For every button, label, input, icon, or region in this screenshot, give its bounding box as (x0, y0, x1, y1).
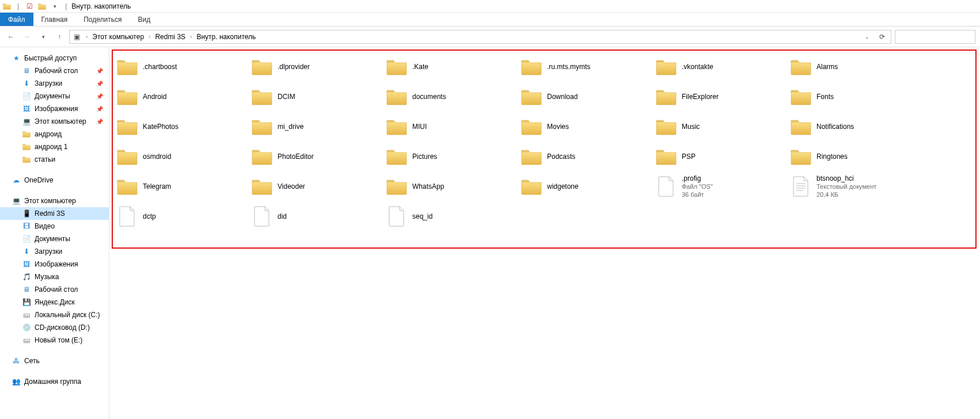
folder-item[interactable]: Music (652, 112, 787, 142)
nav-recent-dropdown[interactable]: ▾ (37, 31, 50, 43)
folder-item[interactable]: PhotoEditor (248, 142, 382, 172)
folder-item[interactable]: mi_drive (248, 112, 382, 142)
sidebar-pictures[interactable]: 🖼Изображения📌 (0, 102, 109, 115)
folder-item[interactable]: WhatsApp (382, 172, 517, 201)
chevron-right-icon[interactable]: › (86, 33, 88, 40)
properties-icon[interactable]: ☑ (25, 2, 34, 11)
sidebar-desktop[interactable]: 🖥Рабочий стол📌 (0, 64, 109, 77)
folder-item[interactable]: Telegram (113, 172, 248, 201)
folder-item[interactable]: widgetone (517, 172, 652, 201)
sidebar-onedrive[interactable]: ☁OneDrive (0, 174, 109, 186)
item-label: Telegram (143, 182, 171, 191)
item-label: dctp (143, 212, 156, 221)
folder-item[interactable]: KatePhotos (113, 112, 248, 142)
search-input[interactable] (895, 30, 975, 44)
sidebar-documents[interactable]: 📄Документы📌 (0, 90, 109, 102)
breadcrumb-storage[interactable]: Внутр. накопитель (196, 33, 256, 41)
sidebar-this-pc[interactable]: 💻Этот компьютер (0, 195, 109, 207)
folder-item[interactable]: PSP (652, 142, 787, 172)
breadcrumb-device[interactable]: Redmi 3S (155, 33, 185, 41)
folder-icon (251, 146, 273, 167)
folder-qat-icon[interactable] (2, 2, 12, 11)
navigation-pane: ★Быстрый доступ 🖥Рабочий стол📌 ⬇Загрузки… (0, 47, 109, 419)
sidebar-network[interactable]: 🖧Сеть (0, 355, 109, 367)
file-item[interactable]: btsnoop_hciТекстовый документ20,4 КБ (787, 172, 921, 201)
folder-item[interactable]: Download (517, 82, 652, 112)
folder-icon (116, 146, 138, 167)
folder-item[interactable]: Notifications (787, 112, 921, 142)
breadcrumb-root[interactable]: Этот компьютер (92, 33, 144, 41)
sidebar-quick-access[interactable]: ★Быстрый доступ (0, 52, 109, 64)
sidebar-desktop2[interactable]: 🖥Рабочий стол (0, 283, 109, 296)
folder-item[interactable]: .ru.mts.mymts (517, 52, 652, 82)
qat-dropdown-icon[interactable]: ▾ (50, 2, 59, 11)
sidebar-yandex[interactable]: 💾Яндекс.Диск (0, 296, 109, 308)
file-grid: .chartboost.dlprovider.Kate.ru.mts.mymts… (113, 52, 977, 231)
sidebar-local-c[interactable]: 🖴Локальный диск (C:) (0, 308, 109, 321)
item-size: 20,4 КБ (816, 191, 876, 199)
folder-item[interactable]: Android (113, 82, 248, 112)
refresh-icon[interactable]: ⟳ (876, 33, 888, 41)
tab-share[interactable]: Поделиться (75, 13, 130, 26)
item-label: .profig (682, 174, 713, 183)
chevron-right-icon[interactable]: › (190, 33, 192, 40)
folder-item[interactable]: Movies (517, 112, 652, 142)
sidebar-redmi[interactable]: 📱Redmi 3S (0, 207, 109, 220)
folder-item[interactable]: DCIM (248, 82, 382, 112)
item-label: .Kate (412, 63, 428, 71)
item-subtype: Текстовый документ (816, 183, 876, 191)
folder-item[interactable]: Podcasts (517, 142, 652, 172)
sidebar-android1[interactable]: андроид 1 (0, 140, 109, 153)
folder-icon (386, 116, 408, 138)
open-folder-icon[interactable] (37, 2, 47, 11)
folder-item[interactable]: osmdroid (113, 142, 248, 172)
sidebar-video[interactable]: 🎞Видео (0, 220, 109, 233)
content-pane: .chartboost.dlprovider.Kate.ru.mts.mymts… (109, 47, 980, 419)
item-label: Music (682, 123, 700, 131)
address-bar[interactable]: ▣ › Этот компьютер › Redmi 3S › Внутр. н… (69, 30, 891, 44)
sidebar-documents2[interactable]: 📄Документы (0, 233, 109, 245)
sidebar-this-pc-quick[interactable]: 💻Этот компьютер📌 (0, 115, 109, 128)
tab-file[interactable]: Файл (0, 13, 33, 26)
folder-icon (655, 86, 677, 108)
folder-item[interactable]: MIUI (382, 112, 517, 142)
window-title: Внутр. накопитель (71, 2, 131, 10)
folder-item[interactable]: Fonts (787, 82, 921, 112)
folder-item[interactable]: Ringtones (787, 142, 921, 172)
item-label: .vkontakte (682, 63, 713, 71)
file-item[interactable]: did (248, 201, 382, 231)
drive-icon: 🖴 (22, 336, 31, 345)
folder-item[interactable]: .Kate (382, 52, 517, 82)
folder-item[interactable]: .chartboost (113, 52, 248, 82)
folder-item[interactable]: documents (382, 82, 517, 112)
sidebar-pictures2[interactable]: 🖼Изображения (0, 258, 109, 271)
sidebar-new-e[interactable]: 🖴Новый том (E:) (0, 334, 109, 346)
nav-up-button[interactable]: ↑ (53, 31, 66, 43)
sidebar-cd-d[interactable]: 💿CD-дисковод (D:) (0, 321, 109, 334)
item-label: widgetone (547, 182, 579, 191)
network-icon: 🖧 (12, 356, 21, 365)
sidebar-android[interactable]: андроид (0, 128, 109, 140)
sidebar-downloads[interactable]: ⬇Загрузки📌 (0, 77, 109, 90)
addr-dropdown-icon[interactable]: ⌄ (861, 34, 873, 40)
nav-back-button[interactable]: ← (5, 31, 17, 43)
nav-forward-button[interactable]: → (21, 31, 33, 43)
chevron-right-icon[interactable]: › (149, 33, 150, 40)
sidebar-homegroup[interactable]: 👥Домашняя группа (0, 375, 109, 388)
folder-item[interactable]: Alarms (787, 52, 921, 82)
item-label: Ringtones (816, 153, 848, 161)
folder-item[interactable]: .dlprovider (248, 52, 382, 82)
sidebar-music[interactable]: 🎵Музыка (0, 271, 109, 283)
sidebar-downloads2[interactable]: ⬇Загрузки (0, 245, 109, 258)
tab-view[interactable]: Вид (130, 13, 158, 26)
folder-item[interactable]: FileExplorer (652, 82, 787, 112)
file-item[interactable]: .profigФайл "OS"36 байт (652, 172, 787, 201)
tab-home[interactable]: Главная (33, 13, 76, 26)
sidebar-articles[interactable]: статьи (0, 153, 109, 166)
file-item[interactable]: dctp (113, 201, 248, 231)
folder-item[interactable]: Pictures (382, 142, 517, 172)
file-item[interactable]: seq_id (382, 201, 517, 231)
folder-item[interactable]: Videoder (248, 172, 382, 201)
folder-item[interactable]: .vkontakte (652, 52, 787, 82)
desktop-icon: 🖥 (22, 66, 31, 75)
